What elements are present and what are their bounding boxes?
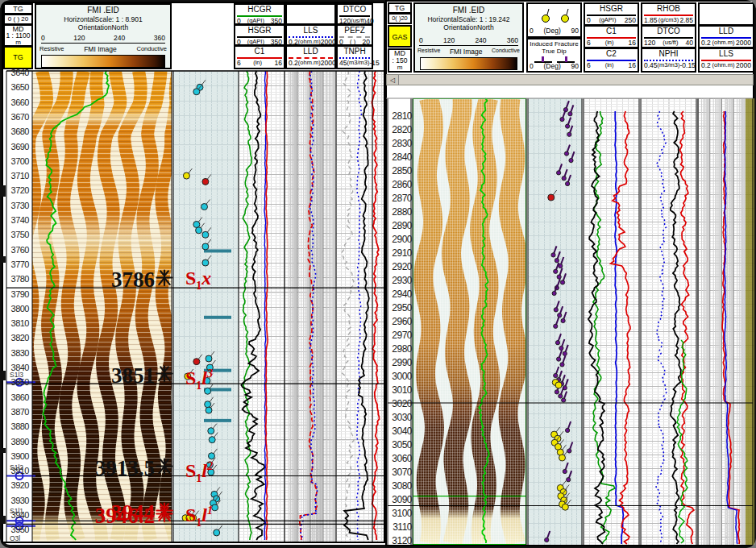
curve-unit: (ohm.m) [712,39,734,47]
strat-marker-label: O3l [10,534,20,542]
right-tg-scale-box: 0( )20 [388,13,412,24]
depth-label: 3040 [388,426,412,437]
depth-label: 2980 [388,343,412,355]
curve-header-lls: LLS0.2(ohm.m)2000 [285,24,336,46]
curve-header-c2: C26(in)16 [584,48,639,73]
curve-max: 16 [629,61,636,69]
right-horizontal-scrollbar[interactable]: ◁ [386,74,754,85]
curve-max: 2000 [736,61,751,69]
curve-header-pefz: PEFZ0( )20 [336,24,373,46]
depth-label: 3880 [5,421,29,431]
curve-header-c1: C16(in)16 [234,45,285,69]
curve-max: 40 [686,39,693,47]
depth-label: 3710 [5,171,29,181]
depth-label: 3820 [5,333,29,342]
curve-header-c1: C16(in)16 [584,25,639,48]
depth-label: 3690 [5,142,29,152]
left-md-box: MD 1 : 1100 m [3,24,33,47]
dip-bot-unit: (Deg) [544,62,561,70]
curve-unit: (in) [605,61,614,69]
depth-label: 3900 [5,451,29,461]
depth-label: 2900 [388,234,412,245]
depth-label: 2950 [388,302,412,313]
fmi-axis-tick: 0 [419,36,423,45]
curve-name: C1 [235,47,284,56]
dip-title-line2: True Dip [528,48,580,55]
curve-unit: (gAPI) [599,16,616,24]
left-fmi-colorbar [41,55,165,68]
curve-min: 6 [587,39,591,47]
depth-label: 3720 [5,185,29,195]
curve-header-hsgr: HSGR0(gAPI)350 [234,24,285,46]
depth-annotation: 3851 [111,363,174,388]
dip-header-bottom: Induced Fracture True Dip 0 (Deg) 90 [526,38,582,73]
curve-scale: 0.2(ohm.m)2000 [700,39,753,47]
left-resistivity-track[interactable] [285,71,336,542]
depth-label: 3740 [5,215,29,225]
curve-header-nphi: NPHI0.45(m3/m3)-0.15 [641,48,696,73]
right-fmi-colorbar [420,57,517,70]
curve-scale: 6(in)16 [585,61,638,69]
depth-label: 2830 [388,138,412,149]
curve-header-dtco: DTCO120(us/ft)40 [641,25,696,48]
curve-max: 2.85 [679,16,693,24]
curve-unit: (ohm.m) [712,61,734,69]
curve-max: 16 [275,59,282,67]
right-dip-tadpole-track[interactable] [528,98,582,545]
right-fmi-scale: HorizontalScale: 1 : 19.242 [415,15,522,23]
right-tg-title: TG [389,4,410,12]
scroll-left-arrow[interactable]: ◁ [387,75,399,85]
depth-label: 3120 [388,535,412,546]
depth-label: 3760 [5,245,29,255]
mi-meter-character [155,363,174,383]
right-gr-track[interactable] [584,98,639,545]
depth-annotation: 3913.5 [95,456,174,481]
curve-scale: 0(gAPI)250 [585,16,638,24]
left-gr-track[interactable] [239,71,285,542]
left-fmi-orientation: OrientationNorth [36,23,170,31]
depth-label: 2970 [388,330,412,341]
depth-label: 3730 [5,201,29,210]
edge-tick [2,448,6,453]
dip-top-min: 0 [530,27,534,35]
right-fmi-texture [413,98,526,545]
yellow-tadpole-icon [538,7,573,23]
right-fmi-resistive: Resistive [417,48,440,56]
right-porosity-track[interactable] [641,98,696,545]
curve-scale: 6(in)16 [585,39,638,47]
dip-bot-max: 90 [571,62,579,70]
curve-name: LLS [700,49,753,59]
curve-header-blank [698,2,754,26]
curve-header-blank [285,3,336,25]
right-fmi-title: FMI .EID [415,6,522,15]
curve-min: 0.2 [701,61,711,69]
fmi-axis-tick: 240 [475,36,486,45]
curve-unit: (ohm.m) [298,59,321,67]
curve-unit: (in) [253,59,262,67]
curve-scale: 0.45(m3/m3)-0.15 [642,61,695,69]
curve-min: 0.45 [644,61,658,69]
fmi-axis-tick: 120 [73,34,85,43]
curve-min: 0.2 [701,39,711,47]
depth-label: 2870 [388,193,412,204]
curve-scale: 6(in)16 [235,59,284,67]
depth-label: 2850 [388,165,412,176]
curve-header-lld: LLD0.2(ohm.m)2000 [698,25,754,48]
curve-max: 2000 [736,39,751,47]
depth-annotation: 3786 [111,268,174,293]
right-fmi-image-label: FMI Image [450,48,483,56]
curve-min: 6 [237,59,241,67]
depth-label: 2930 [388,275,412,286]
left-tg-flag[interactable]: TG [3,46,33,69]
curve-name: LLS [287,26,334,35]
left-porosity-track[interactable] [336,71,372,542]
curve-max: -0.15 [679,61,695,69]
curve-scale: 120(us/ft)40 [642,39,695,47]
curve-name: NPHI [642,49,695,59]
depth-label: 2810 [388,110,412,122]
curve-header-hcgr: HCGR0(gAPI)350 [234,3,285,25]
depth-label: 3780 [5,274,29,284]
annotation-depth-value: 3851 [111,363,155,388]
right-gas-flag[interactable]: GAS [388,25,412,48]
zone-label: S1l1 [185,501,213,533]
